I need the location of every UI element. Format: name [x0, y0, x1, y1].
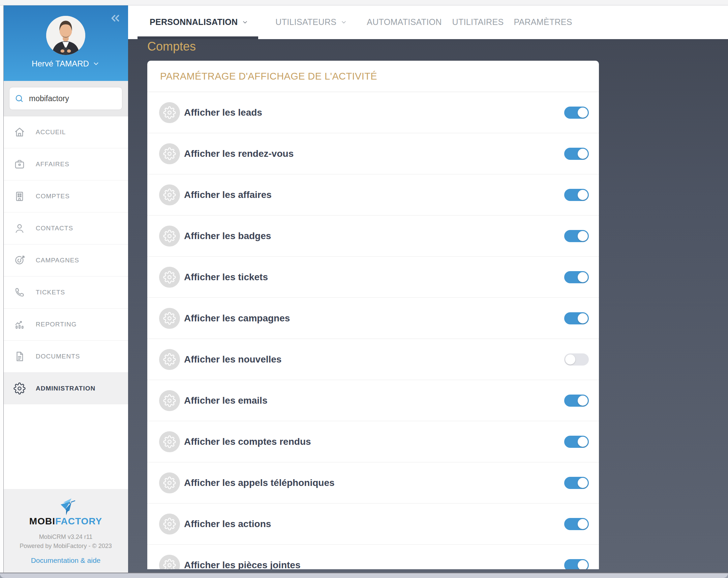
building-icon [14, 190, 26, 202]
gear-icon [159, 513, 180, 534]
gear-icon [159, 390, 180, 411]
toggle-switch[interactable] [564, 230, 589, 242]
chevron-down-icon [92, 60, 100, 68]
toggle-row: Afficher les nouvelles [147, 339, 599, 380]
window-left-edge [0, 0, 4, 578]
home-icon [14, 126, 26, 138]
gear-icon [159, 184, 180, 205]
gear-icon [159, 431, 180, 452]
sidebar-item-tickets[interactable]: TICKETS [3, 277, 128, 308]
sidebar-collapse-button[interactable] [108, 12, 123, 25]
toggle-switch[interactable] [564, 395, 589, 407]
logo-mobi: MOBI [29, 516, 55, 526]
window-top-strip [0, 0, 728, 5]
avatar[interactable] [46, 16, 85, 55]
sidebar-item-documents[interactable]: DOCUMENTS [3, 341, 128, 373]
user-menu[interactable]: Hervé TAMARD [32, 59, 100, 69]
sidebar-item-contacts[interactable]: CONTACTS [3, 212, 128, 245]
toggle-row: Afficher les actions [147, 503, 599, 545]
sidebar-search [3, 81, 128, 116]
tab-label: UTILITAIRES [452, 17, 504, 27]
tab-label: UTILISATEURS [275, 17, 336, 27]
toggle-switch[interactable] [564, 353, 589, 366]
tab-utilitaires[interactable]: UTILITAIRES [452, 17, 504, 27]
sidebar-item-administration[interactable]: ADMINISTRATION [3, 373, 128, 404]
tab-utilisateurs[interactable]: UTILISATEURS [275, 17, 347, 27]
setting-label: Afficher les actions [184, 519, 564, 529]
toggle-row: Afficher les rendez-vous [147, 133, 599, 174]
copyright: Powered by MobiFactory - © 2023 [20, 543, 111, 550]
user-name: Hervé TAMARD [32, 59, 89, 69]
sidebar-item-label: ADMINISTRATION [36, 385, 95, 392]
tab-automatisation[interactable]: AUTOMATISATION [367, 17, 442, 27]
document-icon [14, 350, 26, 362]
gear-icon [159, 226, 180, 247]
mobifactory-bird-icon [54, 498, 78, 515]
toggle-switch[interactable] [564, 189, 589, 201]
tab-label: PARAMÈTRES [514, 17, 572, 27]
sidebar-item-comptes[interactable]: COMPTES [3, 180, 128, 212]
sidebar-item-label: CONTACTS [36, 225, 73, 232]
gear-icon [159, 349, 180, 370]
toggle-switch[interactable] [564, 271, 589, 283]
toggle-knob [578, 313, 588, 323]
search-box [9, 87, 122, 110]
sidebar: Hervé TAMARD ACCUEILAFFAIRESCOMPTESCONTA… [3, 5, 128, 573]
mobifactory-logo: MOBIFACTORY [29, 516, 102, 527]
toggle-switch[interactable] [564, 559, 589, 570]
toggle-switch[interactable] [564, 518, 589, 530]
chart-icon [14, 318, 26, 330]
gear-icon [159, 102, 180, 123]
sidebar-item-label: ACCUEIL [36, 128, 66, 136]
toggle-switch[interactable] [564, 477, 589, 489]
sidebar-item-label: COMPTES [36, 193, 70, 200]
sidebar-item-reporting[interactable]: REPORTING [3, 308, 128, 341]
tab-label: AUTOMATISATION [367, 17, 442, 27]
chevron-down-icon [242, 19, 249, 26]
sidebar-footer: MOBIFACTORY MobiCRM v3.24 r11 Powered by… [3, 498, 128, 564]
toggle-knob [565, 354, 575, 365]
gear-icon [159, 473, 180, 493]
search-icon [15, 94, 24, 103]
gear-icon [159, 143, 180, 164]
toggle-row: Afficher les badges [147, 216, 599, 257]
toggle-knob [578, 396, 588, 406]
gear-icon [159, 308, 180, 329]
sidebar-item-label: REPORTING [36, 321, 77, 328]
sidebar-item-affaires[interactable]: AFFAIRES [3, 148, 128, 180]
window-bottom-strip [0, 573, 728, 578]
top-nav-bar: PERSONNALISATIONUTILISATEURSAUTOMATISATI… [128, 5, 728, 39]
setting-label: Afficher les pièces jointes [184, 560, 564, 570]
sidebar-item-campagnes[interactable]: CAMPAGNES [3, 245, 128, 277]
toggle-switch[interactable] [564, 436, 589, 448]
toggle-switch[interactable] [564, 106, 589, 119]
documentation-link[interactable]: Documentation & aide [31, 556, 101, 564]
toggle-knob [578, 190, 588, 200]
setting-label: Afficher les leads [184, 107, 564, 118]
person-icon [14, 222, 26, 234]
toggle-switch[interactable] [564, 148, 589, 160]
sidebar-nav: ACCUEILAFFAIRESCOMPTESCONTACTSCAMPAGNEST… [3, 116, 128, 489]
toggle-knob [578, 231, 588, 241]
settings-card: PARAMÉTRAGE D'AFFICHAGE DE L'ACTIVITÉ Af… [147, 61, 599, 569]
sidebar-item-label: AFFAIRES [36, 160, 70, 168]
sidebar-item-label: CAMPAGNES [36, 257, 79, 264]
top-nav: PERSONNALISATIONUTILISATEURSAUTOMATISATI… [150, 17, 572, 27]
toggle-row: Afficher les leads [147, 92, 599, 133]
chevrons-left-icon [109, 12, 122, 25]
sidebar-item-accueil[interactable]: ACCUEIL [3, 116, 128, 148]
gear-icon [159, 267, 180, 288]
tab-parametres[interactable]: PARAMÈTRES [514, 17, 572, 27]
toggle-knob [578, 560, 588, 570]
toggle-knob [578, 107, 588, 118]
chevron-down-icon [340, 19, 347, 26]
phone-icon [14, 286, 26, 298]
tab-label: PERSONNALISATION [150, 17, 238, 27]
active-tab-indicator [137, 36, 258, 39]
setting-label: Afficher les badges [184, 231, 564, 242]
search-input[interactable] [28, 94, 114, 103]
toggle-switch[interactable] [564, 312, 589, 324]
setting-label: Afficher les rendez-vous [184, 148, 564, 159]
setting-label: Afficher les affaires [184, 190, 564, 200]
tab-personnalisation[interactable]: PERSONNALISATION [150, 17, 249, 27]
